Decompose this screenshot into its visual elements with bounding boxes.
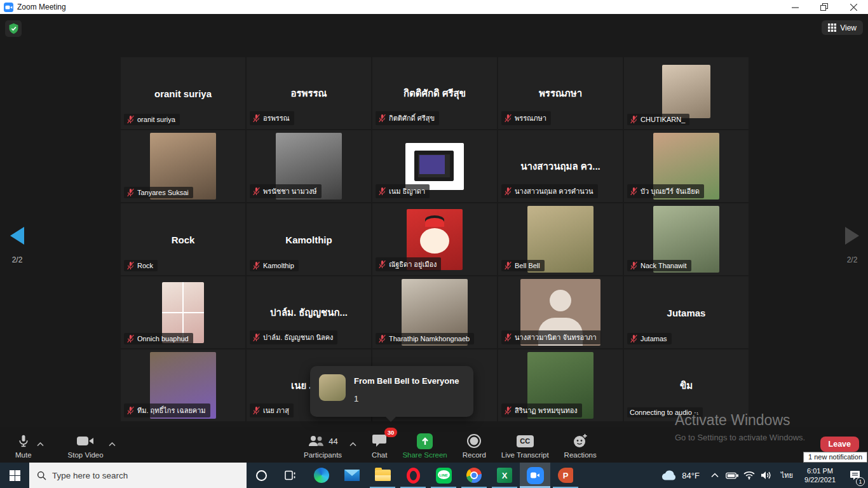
- task-view-button[interactable]: [276, 463, 305, 488]
- muted-mic-icon: [630, 261, 638, 270]
- participants-chevron[interactable]: [349, 438, 356, 449]
- powerpoint-icon: P: [558, 468, 573, 483]
- participant-tile[interactable]: นางสาวนฤมล คว...นางสาวนฤมล ควรคำนวน: [498, 130, 623, 202]
- muted-mic-icon: [252, 261, 261, 270]
- wifi-status[interactable]: [741, 463, 758, 488]
- taskbar-app-excel[interactable]: X: [489, 463, 520, 488]
- muted-mic-icon: [630, 115, 638, 124]
- participant-tile[interactable]: เนม ธิญาดา: [372, 130, 497, 202]
- chat-notification-popup[interactable]: From Bell Bell to Everyone 1: [310, 366, 473, 417]
- participant-name-label: กิตติศักดิ์ ศรีสุข: [376, 111, 439, 125]
- record-button[interactable]: Record: [463, 433, 486, 459]
- participant-tile[interactable]: พรรณภษาพรรณภษา: [498, 57, 623, 129]
- participant-tile[interactable]: CHUTIKARN_: [624, 57, 749, 129]
- taskbar-app-opera[interactable]: [398, 463, 428, 488]
- chat-unread-badge: 30: [384, 428, 398, 437]
- language-indicator[interactable]: ไทย: [775, 463, 799, 488]
- previous-page-arrow[interactable]: [10, 227, 24, 245]
- start-button[interactable]: [0, 463, 29, 488]
- volume-status[interactable]: [758, 463, 775, 488]
- muted-mic-icon: [126, 115, 135, 124]
- participant-tile[interactable]: พรนัชชา นามวงษ์: [247, 130, 371, 202]
- file-explorer-icon: [375, 470, 391, 481]
- system-tray: 84°F ไทย 6:01 PM 9/22/2021 1: [654, 463, 868, 488]
- share-screen-button[interactable]: Share Screen: [402, 433, 447, 459]
- participant-name-label: Kamolthip: [250, 260, 299, 271]
- participant-name-display: Kamolthip: [247, 234, 371, 245]
- search-icon: [37, 471, 46, 480]
- cortana-button[interactable]: [247, 463, 276, 488]
- taskbar-app-mail[interactable]: [337, 463, 367, 488]
- participant-tile[interactable]: JutamasJutamas: [624, 276, 749, 348]
- battery-status[interactable]: [724, 463, 741, 488]
- minimize-icon[interactable]: [780, 0, 810, 14]
- meeting-security-shield-icon[interactable]: [5, 20, 22, 37]
- taskbar-clock[interactable]: 6:01 PM 9/22/2021: [799, 463, 841, 488]
- chat-button[interactable]: 30 Chat: [372, 433, 387, 459]
- muted-mic-icon: [378, 187, 386, 196]
- search-input[interactable]: [52, 471, 239, 480]
- participant-tile[interactable]: Onnich buaphud: [121, 276, 245, 348]
- stop-video-button[interactable]: Stop Video: [68, 433, 104, 459]
- record-icon: [466, 433, 482, 449]
- reactions-smiley-icon: [573, 433, 588, 449]
- mute-button[interactable]: Mute: [15, 433, 32, 459]
- participant-tile[interactable]: ณัฐธิดา อยู่เมือง: [372, 203, 497, 275]
- leave-button[interactable]: Leave: [820, 437, 859, 452]
- participant-tile[interactable]: สิรินาฏ พรหมขุนทอง: [498, 349, 623, 421]
- taskbar-app-line[interactable]: LINE: [428, 463, 459, 488]
- live-transcript-button[interactable]: CC Live Transcript: [501, 433, 549, 459]
- page-indicator: 2/2: [845, 255, 859, 264]
- muted-mic-icon: [504, 114, 512, 123]
- participants-button[interactable]: 44 Participants: [304, 433, 342, 459]
- line-icon: LINE: [436, 468, 452, 484]
- chat-label: Chat: [372, 451, 387, 459]
- taskbar-app-edge[interactable]: [306, 463, 337, 488]
- participant-name-label: เนย ภาสุ: [250, 403, 294, 417]
- participant-tile[interactable]: oranit suriyaoranit suriya: [121, 57, 245, 129]
- muted-mic-icon: [630, 334, 638, 343]
- mute-options-chevron[interactable]: [37, 438, 44, 449]
- view-button[interactable]: View: [822, 20, 863, 35]
- taskbar-search[interactable]: [29, 463, 247, 488]
- participant-name-display: กิตติศักดิ ศรีสุข: [372, 86, 497, 101]
- participant-tile[interactable]: Tharathip Namkhongnaeb: [372, 276, 497, 348]
- windows-logo-icon: [10, 470, 20, 481]
- action-center-button[interactable]: 1: [841, 463, 868, 488]
- participant-tile[interactable]: นางสาวมานิตา จันทรอาภา: [498, 276, 623, 348]
- taskbar-app-chrome[interactable]: [459, 463, 489, 488]
- cloud-icon: [661, 470, 677, 481]
- taskbar-app-file-explorer[interactable]: [367, 463, 398, 488]
- participant-tile[interactable]: RockRock: [121, 203, 245, 275]
- participant-tile[interactable]: ขิมConnecting to audio ··: [624, 349, 749, 421]
- participant-tile[interactable]: Bell Bell: [498, 203, 623, 275]
- reactions-button[interactable]: Reactions: [564, 433, 597, 459]
- next-page-arrow[interactable]: [845, 227, 859, 245]
- participant-name-label: Jutamas: [627, 333, 672, 344]
- restore-icon[interactable]: [810, 0, 839, 14]
- closed-caption-icon: CC: [517, 435, 534, 447]
- participant-tile[interactable]: Tanyares Suksai: [121, 130, 245, 202]
- zoom-taskbar-icon: [527, 467, 544, 484]
- tray-overflow-chevron[interactable]: [707, 463, 724, 488]
- window-controls: [780, 0, 868, 14]
- participant-name-label: Tanyares Suksai: [124, 187, 193, 198]
- participant-tile[interactable]: KamolthipKamolthip: [247, 203, 371, 275]
- participant-tile[interactable]: ปาล์ม. ธัญญชนก...ปาล์ม. ธัญญชนก นิลคง: [247, 276, 371, 348]
- participant-tile[interactable]: กิตติศักดิ ศรีสุขกิตติศักดิ์ ศรีสุข: [372, 57, 497, 129]
- muted-mic-icon: [630, 187, 638, 196]
- participant-tile[interactable]: Nack Thanawit: [624, 203, 749, 275]
- participant-name-label: นางสาวนฤมล ควรคำนวน: [501, 184, 598, 198]
- taskbar-app-zoom[interactable]: [520, 463, 550, 488]
- window-title: Zoom Meeting: [17, 3, 66, 11]
- participant-name-label: Onnich buaphud: [124, 333, 193, 344]
- participant-tile[interactable]: ทีม. ฤทธิ์ไกร เฉลยคาม: [121, 349, 245, 421]
- video-options-chevron[interactable]: [109, 438, 116, 449]
- participant-tile[interactable]: บัว บุณยวีร์ จันเอียด: [624, 130, 749, 202]
- close-icon[interactable]: [839, 0, 868, 14]
- weather-widget[interactable]: 84°F: [654, 463, 707, 488]
- participant-tile[interactable]: อรพรรณอรพรรณ: [247, 57, 371, 129]
- taskbar-app-powerpoint[interactable]: P: [550, 463, 581, 488]
- weather-temperature: 84°F: [682, 471, 700, 480]
- participant-name-label: Nack Thanawit: [627, 260, 691, 271]
